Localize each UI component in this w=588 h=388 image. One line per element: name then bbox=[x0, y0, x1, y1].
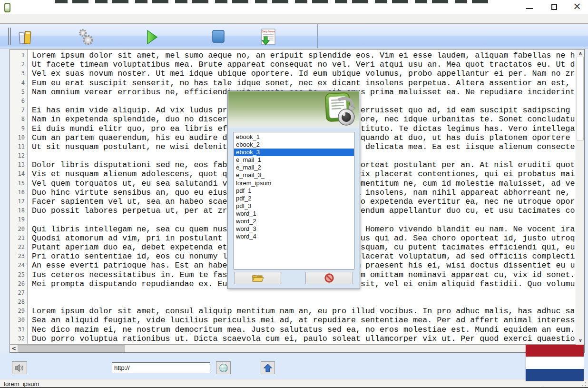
clipped-title-text bbox=[55, 0, 495, 3]
scroll-up-icon[interactable]: ∧ bbox=[576, 50, 585, 57]
editor-line: 31 Nec dico mazim ei, ne nostrum democri… bbox=[10, 325, 575, 334]
line-number: 6 bbox=[10, 97, 28, 106]
editor-line: 30 Sea an aliquid feugiat, vide lucilius… bbox=[10, 316, 575, 325]
menu-strip bbox=[0, 14, 588, 23]
file-list[interactable]: ebook_1 ebook_2 ebook_3 e_mail_1 e_mail_… bbox=[234, 132, 354, 269]
daily-news-button[interactable]: Daily News bbox=[260, 27, 277, 47]
vertical-scrollbar[interactable]: ∧ ∨ bbox=[576, 50, 584, 344]
flag-blue-stripe bbox=[526, 369, 584, 381]
file-list-item[interactable]: ebook_1 bbox=[234, 133, 354, 141]
settings-button[interactable] bbox=[76, 27, 96, 47]
stop-icon bbox=[212, 30, 225, 43]
close-icon: × bbox=[570, 0, 584, 12]
toolbar-grip[interactable] bbox=[8, 28, 9, 45]
file-list-item[interactable]: pdf_3 bbox=[234, 202, 354, 210]
editor-line: 2 Ut facete timeam voluptatibus mea. Bru… bbox=[10, 60, 575, 69]
file-list-item[interactable]: pdf_1 bbox=[234, 187, 354, 195]
line-number: 23 bbox=[10, 252, 28, 261]
file-list-item[interactable]: lorem_ipsum bbox=[234, 179, 354, 187]
line-number: 8 bbox=[10, 115, 28, 124]
status-bar: lorem_ipsum bbox=[0, 379, 588, 388]
speak-button[interactable] bbox=[12, 361, 27, 374]
line-number: 12 bbox=[10, 151, 28, 160]
line-number: 21 bbox=[10, 234, 28, 243]
status-separator bbox=[543, 380, 543, 387]
app-icon bbox=[4, 3, 10, 12]
url-input[interactable] bbox=[112, 362, 210, 373]
upload-button[interactable] bbox=[261, 361, 275, 374]
line-number: 19 bbox=[10, 215, 28, 224]
go-web-button[interactable] bbox=[216, 361, 231, 374]
line-number: 31 bbox=[10, 325, 28, 334]
file-list-item[interactable]: word_1 bbox=[234, 210, 354, 218]
library-books-icon bbox=[18, 29, 32, 45]
flag-white-stripe bbox=[526, 357, 584, 368]
open-file-button[interactable] bbox=[235, 272, 281, 284]
line-number: 5 bbox=[10, 88, 28, 97]
title-bar: × bbox=[0, 0, 588, 14]
flag-red-stripe bbox=[526, 345, 584, 357]
daily-news-icon: Daily News bbox=[261, 28, 276, 46]
line-number: 25 bbox=[10, 270, 28, 279]
file-list-item[interactable]: ebook_3 bbox=[234, 149, 354, 156]
horizontal-scrollbar[interactable]: < bbox=[10, 344, 576, 352]
vertical-scroll-thumb[interactable] bbox=[577, 57, 584, 140]
close-button[interactable]: × bbox=[570, 2, 584, 12]
line-number: 11 bbox=[10, 142, 28, 151]
line-number: 9 bbox=[10, 124, 28, 133]
settings-gears-icon bbox=[77, 28, 95, 47]
maximize-button[interactable] bbox=[547, 2, 561, 12]
editor-line: 29 Lorem ipsum dolor sit amet, consul al… bbox=[10, 307, 575, 316]
globe-icon bbox=[219, 363, 228, 373]
toolbar-grip[interactable] bbox=[10, 28, 11, 45]
horizontal-scroll-thumb[interactable] bbox=[18, 345, 125, 352]
svg-text:Daily News: Daily News bbox=[262, 30, 275, 33]
line-number: 1 bbox=[10, 51, 28, 60]
stop-button[interactable] bbox=[211, 29, 225, 44]
file-list-item[interactable]: ebook_2 bbox=[234, 141, 354, 149]
line-number: 26 bbox=[10, 279, 28, 289]
line-number: 18 bbox=[10, 206, 28, 215]
line-number: 16 bbox=[10, 188, 28, 197]
play-icon bbox=[147, 30, 158, 44]
minimize-button[interactable] bbox=[522, 2, 537, 12]
editor-line: 4 Eum eu erat suscipit senserit, no has … bbox=[10, 79, 575, 88]
editor-line: 32 Duo porro voluptua rationibus ut. Dic… bbox=[10, 334, 575, 343]
file-list-item[interactable]: word_3 bbox=[234, 225, 354, 233]
play-button[interactable] bbox=[146, 29, 159, 45]
maximize-icon bbox=[551, 4, 557, 10]
editor-line: 3 Vel ex suas novum noster. Ut mei idque… bbox=[10, 69, 575, 78]
cancel-icon bbox=[324, 273, 334, 283]
library-button[interactable] bbox=[17, 28, 33, 46]
line-number: 10 bbox=[10, 133, 28, 142]
cancel-button[interactable] bbox=[305, 272, 353, 284]
line-text: Nec dico mazim ei, ne nostrum democritum… bbox=[32, 325, 575, 334]
dialog-header bbox=[228, 91, 359, 128]
toolbar-bottom-line bbox=[0, 48, 588, 49]
line-number: 14 bbox=[10, 169, 28, 179]
file-list-item[interactable]: pdf_2 bbox=[234, 195, 354, 202]
resize-grip[interactable] bbox=[582, 382, 587, 387]
line-text: Duo porro voluptua rationibus ut. Dicta … bbox=[32, 334, 575, 343]
file-list-item[interactable]: e_mail_2 bbox=[234, 164, 354, 171]
file-open-dialog: ebook_1 ebook_2 ebook_3 e_mail_1 e_mail_… bbox=[227, 90, 360, 289]
upload-arrow-icon bbox=[263, 363, 273, 373]
line-number: 24 bbox=[10, 261, 28, 270]
file-list-item[interactable]: e_mail_1 bbox=[234, 156, 354, 164]
text-to-speech-app-icon bbox=[311, 92, 356, 127]
line-number: 29 bbox=[10, 307, 28, 316]
line-number: 28 bbox=[10, 298, 28, 307]
line-number: 3 bbox=[10, 69, 28, 78]
editor-line: 27 bbox=[10, 289, 575, 298]
toolbar: Daily News bbox=[0, 23, 588, 48]
speaker-icon bbox=[14, 363, 25, 373]
line-text: Sea an aliquid feugiat, vide lucilius pe… bbox=[32, 316, 575, 325]
line-text: Lorem ipsum dolor sit amet, mel sumo aeq… bbox=[32, 51, 575, 60]
scroll-left-icon[interactable]: < bbox=[10, 345, 18, 353]
scroll-down-icon[interactable]: ∨ bbox=[576, 337, 585, 344]
editor-line: 28 bbox=[10, 298, 575, 307]
file-list-item[interactable]: word_2 bbox=[234, 218, 354, 225]
app-window: × bbox=[0, 0, 588, 388]
file-list-item[interactable]: e_mail_3_ bbox=[234, 171, 354, 179]
file-list-item[interactable]: word_4 bbox=[234, 233, 354, 240]
